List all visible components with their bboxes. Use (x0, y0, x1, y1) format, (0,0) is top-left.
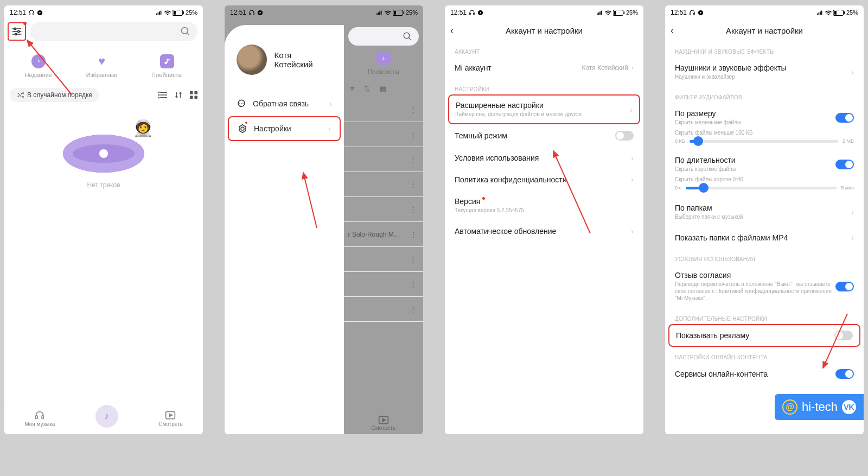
grid-view-icon: ▦ (380, 85, 386, 93)
empty-state: 🧑‍🚀 Нет треков (4, 107, 203, 189)
menu-feedback[interactable]: Обратная связь › (225, 91, 344, 116)
svg-rect-21 (167, 59, 168, 62)
svg-point-17 (182, 28, 188, 34)
grid-view-icon[interactable] (190, 91, 197, 99)
at-icon: @ (782, 399, 797, 415)
svg-rect-0 (29, 13, 30, 15)
row-headphones[interactable]: Наушники и звуковые эффектыНаушники и эк… (665, 57, 864, 87)
shuffle-button[interactable]: В случайном порядке (10, 88, 99, 102)
svg-rect-57 (474, 13, 475, 15)
row-by-folder[interactable]: По папкамВыберите папки с музыкой › (665, 194, 864, 227)
row-mp4-folders[interactable]: Показать папки с файлами MP4 › (665, 227, 864, 249)
duration-slider[interactable]: 0 с 5 мин (665, 184, 864, 194)
sort-icon: ⇅ (364, 85, 370, 93)
svg-rect-61 (598, 12, 599, 15)
svg-rect-43 (379, 11, 380, 15)
watermark-overlay: @ hi-tech VK (775, 394, 864, 420)
svg-point-12 (14, 28, 16, 29)
svg-rect-9 (174, 11, 176, 15)
play-status-icon (257, 10, 263, 16)
screen-4-advanced-settings: 12:51 25% ‹ Аккаунт и настройки НАУШНИКИ… (665, 5, 864, 434)
svg-rect-72 (817, 14, 818, 15)
svg-rect-28 (190, 91, 193, 94)
page-header: ‹ Аккаунт и настройки (665, 20, 864, 41)
svg-point-20 (164, 62, 167, 65)
screen-1-music-home: 12:51 25% (4, 5, 203, 434)
sort-icon[interactable] (175, 91, 182, 99)
settings-sliders-button[interactable] (8, 22, 26, 41)
row-version[interactable]: Версия Текущая версия 5.2.35~575 (445, 191, 643, 220)
size-slider[interactable]: 0 КБ 2 МБ (665, 137, 864, 147)
profile-name: Котя Котейский (275, 50, 332, 69)
battery-icon (393, 10, 405, 16)
watermark-text: hi-tech (802, 400, 838, 414)
chevron-right-icon: › (851, 208, 854, 217)
side-menu: Котя Котейский Обратная связь › Настройк… (225, 25, 344, 434)
svg-line-49 (409, 37, 411, 40)
dark-mode-toggle[interactable] (615, 131, 634, 141)
list-item: ⋮ (344, 122, 423, 147)
by-duration-toggle[interactable] (835, 160, 854, 169)
menu-settings[interactable]: Настройки › (228, 116, 341, 141)
section-terms: УСЛОВИЯ ИСПОЛЬЗОВАНИЯ (665, 249, 864, 264)
play-status-icon (698, 10, 704, 16)
svg-rect-44 (381, 11, 382, 15)
row-advanced-settings[interactable]: Расширенные настройки Таймер сна, фильтр… (448, 94, 640, 124)
profile-row[interactable]: Котя Котейский (225, 41, 344, 91)
svg-point-27 (158, 97, 159, 98)
list-item: ⋮ (344, 197, 423, 222)
row-by-duration: По длительностиСкрыть короткие файлы (665, 147, 864, 175)
status-bar: 12:51 25% (445, 5, 643, 20)
svg-rect-46 (394, 11, 396, 15)
headphones-icon (28, 9, 35, 16)
row-autoupdate[interactable]: Автоматическое обновление › (445, 220, 643, 242)
tab-playlists[interactable]: Плейлисты (151, 54, 183, 78)
section-account: АККАУНТ (445, 41, 643, 57)
vinyl-illustration: 🧑‍🚀 (58, 124, 150, 173)
list-view-icon[interactable] (158, 91, 167, 99)
battery-pct: 25% (186, 9, 197, 16)
nav-watch-bg: Смотреть (344, 415, 423, 431)
signal-icon (817, 10, 824, 15)
status-bar: 12:51 25% (4, 5, 203, 20)
headphones-icon (248, 9, 255, 16)
row-online-services[interactable]: Сервисы онлайн-контента (665, 363, 864, 385)
tab-favorites[interactable]: ♥ Избранные (86, 54, 118, 78)
status-bar: 12:51 25% (665, 5, 864, 20)
list-item: ⋮ (344, 272, 423, 297)
section-settings: НАСТРОЙКИ (445, 79, 643, 94)
consent-toggle[interactable] (835, 282, 854, 291)
row-privacy[interactable]: Политика конфиденциальности › (445, 169, 643, 191)
tab-recent[interactable]: Недавние (24, 54, 52, 78)
row-mi-account[interactable]: Mi аккаунт Котя Котейский› (445, 57, 643, 79)
back-button[interactable]: ‹ (671, 25, 674, 36)
nav-my-music[interactable]: Моя музыка (24, 410, 55, 427)
list-item: ⋮ (344, 97, 423, 122)
row-by-size: По размеруСкрыть маленькие файлы (665, 103, 864, 128)
gear-icon (238, 124, 247, 134)
services-toggle[interactable] (835, 369, 854, 379)
nav-now-playing[interactable]: ♪ (95, 405, 118, 428)
back-button[interactable]: ‹ (450, 25, 454, 36)
wifi-icon (825, 10, 832, 15)
ads-toggle[interactable] (834, 331, 853, 340)
svg-rect-60 (597, 14, 598, 15)
chevron-right-icon: › (631, 227, 634, 236)
nav-watch[interactable]: Смотреть (158, 410, 183, 427)
svg-rect-31 (194, 96, 197, 99)
bottom-nav: Моя музыка ♪ Смотреть (4, 403, 203, 434)
tab-playlists-bg: ♪ Плейлисты (344, 51, 423, 75)
list-view-icon: ≡ (350, 85, 355, 93)
notification-dot (23, 22, 27, 25)
headphones-icon (689, 9, 695, 16)
search-input[interactable] (30, 22, 197, 41)
svg-rect-10 (183, 11, 184, 14)
astronaut-icon: 🧑‍🚀 (133, 118, 153, 137)
svg-point-14 (18, 30, 20, 32)
row-terms[interactable]: Условия использования › (445, 147, 643, 169)
chevron-right-icon: › (631, 64, 634, 72)
by-size-toggle[interactable] (835, 113, 854, 123)
svg-line-18 (187, 33, 189, 35)
svg-rect-7 (161, 11, 162, 15)
svg-rect-74 (820, 11, 821, 15)
